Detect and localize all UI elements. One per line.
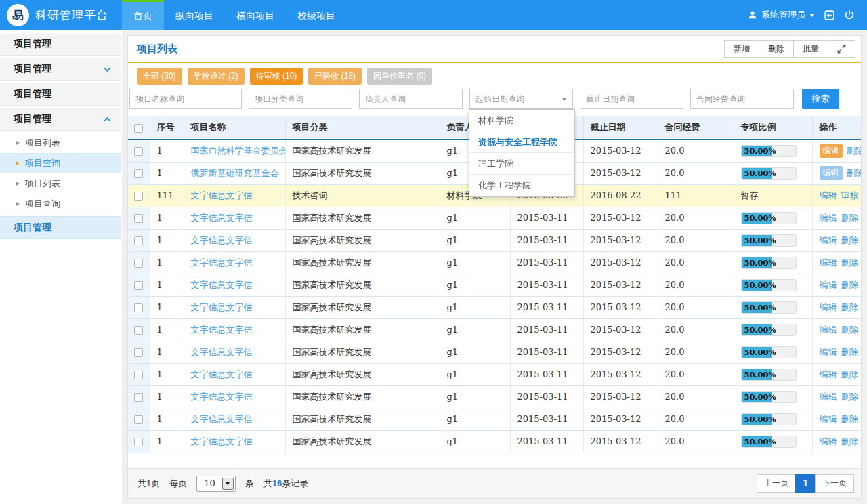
project-name-link[interactable]: 文字信息文字信 — [191, 324, 253, 335]
action-edit[interactable]: 编辑 — [820, 279, 837, 291]
filter-chip-school-passed[interactable]: 学校通过 (2) — [188, 68, 245, 85]
prev-page-button[interactable]: 上一页 — [757, 474, 796, 493]
row-checkbox[interactable] — [134, 348, 143, 357]
toolbar-button-batch[interactable]: 批量 — [793, 40, 828, 58]
action-delete[interactable]: 删除 — [841, 279, 859, 291]
sidebar-item-project-list-2[interactable]: 项目列表 — [0, 173, 121, 194]
project-name-link[interactable]: 文字信息文字信 — [191, 235, 253, 245]
action-delete[interactable]: 删除 — [847, 145, 862, 157]
project-name-link[interactable]: 文字信息文字信 — [191, 280, 253, 290]
row-checkbox[interactable] — [134, 259, 143, 268]
action-edit[interactable]: 编辑 — [820, 144, 843, 158]
row-checkbox[interactable] — [134, 192, 143, 201]
action-edit[interactable]: 编辑 — [820, 166, 843, 180]
project-name-link[interactable]: 文字信息文字信 — [191, 302, 253, 312]
dropdown-option-college-science[interactable]: 理工学院 — [469, 153, 574, 175]
action-edit[interactable]: 编辑 — [820, 346, 837, 358]
action-delete[interactable]: 删除 — [847, 167, 862, 180]
user-menu[interactable]: 系统管理员 — [748, 9, 815, 21]
filter-chip-accepted[interactable]: 已验收 (18) — [308, 68, 362, 85]
filter-chip-all[interactable]: 全部 (30) — [137, 68, 182, 85]
toolbar-button-delete[interactable]: 删除 — [759, 40, 794, 58]
search-input-project-name[interactable] — [129, 89, 242, 109]
sidebar-item-project-list-1[interactable]: 项目列表 — [0, 133, 121, 153]
nav-item-school-projects[interactable]: 校级项目 — [286, 0, 347, 30]
action-delete[interactable]: 删除 — [841, 234, 859, 247]
row-checkbox[interactable] — [134, 438, 143, 446]
search-select-start-date[interactable]: 起始日期查询 — [469, 89, 573, 109]
search-input-contract-fund[interactable] — [690, 89, 794, 109]
project-name-link[interactable]: 文字信息文字信 — [191, 369, 253, 379]
progress-bar: 50.00% — [741, 257, 797, 269]
project-name-link[interactable]: 文字信息文字信 — [191, 436, 253, 446]
row-checkbox[interactable] — [134, 214, 143, 223]
action-delete[interactable]: 删除 — [841, 413, 859, 425]
project-name-link[interactable]: 文字信息文字信 — [191, 213, 253, 223]
action-edit[interactable]: 编辑 — [820, 234, 837, 247]
action-edit[interactable]: 编辑 — [820, 413, 837, 425]
project-name-link[interactable]: 文字信息文字信 — [191, 257, 253, 268]
nav-item-home[interactable]: 首页 — [122, 0, 164, 30]
next-page-button[interactable]: 下一页 — [815, 474, 854, 493]
search-input-leader[interactable] — [359, 89, 463, 109]
select-all-checkbox[interactable] — [134, 124, 143, 133]
switch-portal-icon[interactable] — [824, 9, 835, 21]
toolbar-button-add[interactable]: 新增 — [724, 40, 759, 58]
action-review[interactable]: 审核 — [841, 190, 859, 202]
action-edit[interactable]: 编辑 — [820, 324, 837, 336]
action-delete[interactable]: 删除 — [841, 369, 859, 381]
sidebar-group-project-management-2[interactable]: 项目管理 — [0, 58, 121, 81]
row-checkbox[interactable] — [134, 415, 143, 424]
sidebar-group-project-management-4[interactable]: 项目管理 — [0, 108, 121, 131]
action-edit[interactable]: 编辑 — [820, 391, 837, 403]
dropdown-option-college-resources-safety[interactable]: 资源与安全工程学院 — [469, 131, 574, 153]
sidebar-group-project-management-1[interactable]: 项目管理 — [0, 33, 121, 56]
search-input-project-category[interactable] — [249, 89, 352, 109]
filter-chip-pending-review[interactable]: 待审核 (10) — [250, 68, 303, 85]
action-edit[interactable]: 编辑 — [820, 301, 837, 314]
project-name-link[interactable]: 文字信息文字信 — [191, 414, 253, 424]
project-name-link[interactable]: 国家自然科学基金委员会 — [191, 146, 286, 156]
action-delete[interactable]: 删除 — [841, 257, 859, 269]
nav-item-vertical-projects[interactable]: 纵向项目 — [164, 0, 225, 30]
project-name-link[interactable]: 文字信息文字信 — [191, 392, 253, 402]
action-edit[interactable]: 编辑 — [820, 369, 837, 381]
filter-chip-duplicate-name[interactable]: 同单位重名 (0) — [367, 68, 432, 85]
dropdown-option-college-chemical[interactable]: 化学工程学院 — [469, 175, 574, 196]
action-edit[interactable]: 编辑 — [820, 212, 837, 224]
row-checkbox[interactable] — [134, 371, 143, 379]
row-checkbox[interactable] — [134, 303, 143, 312]
action-delete[interactable]: 删除 — [841, 301, 859, 314]
row-checkbox[interactable] — [134, 326, 143, 335]
action-edit[interactable]: 编辑 — [820, 257, 837, 269]
cell-actions: 编辑删除 — [812, 296, 861, 318]
row-checkbox[interactable] — [134, 281, 143, 290]
expand-button[interactable] — [828, 40, 855, 58]
power-icon[interactable] — [844, 9, 855, 20]
action-delete[interactable]: 删除 — [841, 436, 859, 448]
page-size-dropdown-button[interactable] — [222, 478, 234, 490]
action-delete[interactable]: 删除 — [841, 212, 859, 224]
sidebar-item-project-management-footer[interactable]: 项目管理 — [0, 216, 121, 239]
action-edit[interactable]: 编辑 — [820, 190, 837, 202]
sidebar-item-project-query-2[interactable]: 项目查询 — [0, 194, 121, 214]
page-size-select[interactable]: 10 — [196, 476, 236, 492]
project-name-link[interactable]: 文字信息文字信 — [191, 190, 253, 201]
row-checkbox[interactable] — [134, 169, 143, 178]
project-name-link[interactable]: 文字信息文字信 — [191, 347, 253, 357]
action-delete[interactable]: 删除 — [841, 346, 859, 358]
row-checkbox[interactable] — [134, 236, 143, 245]
row-checkbox[interactable] — [134, 393, 143, 402]
dropdown-option-college-materials[interactable]: 材料学院 — [469, 110, 574, 131]
nav-item-horizontal-projects[interactable]: 横向项目 — [225, 0, 286, 30]
sidebar-group-project-management-3[interactable]: 项目管理 — [0, 83, 121, 106]
row-checkbox[interactable] — [134, 147, 143, 156]
action-edit[interactable]: 编辑 — [820, 436, 837, 448]
action-delete[interactable]: 删除 — [841, 324, 859, 336]
sidebar-item-project-query-1[interactable]: 项目查询 — [0, 153, 121, 173]
search-button[interactable]: 搜索 — [802, 89, 839, 109]
current-page-button[interactable]: 1 — [795, 474, 816, 493]
action-delete[interactable]: 删除 — [841, 391, 859, 403]
project-name-link[interactable]: 俄罗斯基础研究基金会 — [191, 168, 279, 178]
search-input-end-date[interactable] — [580, 89, 683, 109]
